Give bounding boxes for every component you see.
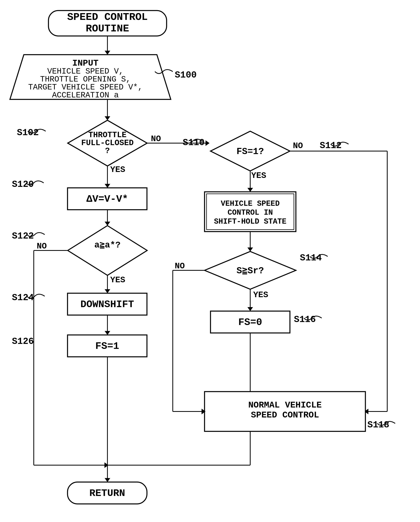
s124-text: DOWNSHIFT xyxy=(80,299,134,310)
s112-label: S112 xyxy=(320,140,342,151)
s110-label: S110 xyxy=(183,138,204,148)
s102-text2: FULL-CLOSED xyxy=(81,138,134,147)
s100-text2: VEHICLE SPEED V, xyxy=(47,67,124,76)
s116-label: S116 xyxy=(294,315,316,325)
s112-text3: SHIFT-HOLD STATE xyxy=(214,217,286,226)
s100-text4: TARGET VEHICLE SPEED V*, xyxy=(28,83,142,92)
s100-text1: INPUT xyxy=(72,58,98,68)
s118-text2: SPEED CONTROL xyxy=(251,410,319,420)
start-label2: ROUTINE xyxy=(86,23,129,35)
s100-label: S100 xyxy=(175,70,197,80)
s118-label: S118 xyxy=(367,420,389,430)
s126-label: S126 xyxy=(12,336,34,347)
s126-text: FS=1 xyxy=(95,340,119,352)
s114-no-label: NO xyxy=(175,261,185,271)
s102-label: S102 xyxy=(17,128,39,138)
s120-text: ΔV=V-V* xyxy=(86,193,128,205)
s102-text1: THROTTLE xyxy=(88,130,127,139)
s112-text2: CONTROL IN xyxy=(228,208,273,217)
s102-yes-label: YES xyxy=(110,165,125,175)
s114-label: S114 xyxy=(300,253,322,263)
s114-text: S≧Sr? xyxy=(237,266,264,276)
flowchart-diagram: SPEED CONTROL ROUTINE INPUT VEHICLE SPEE… xyxy=(0,0,420,522)
s102-no-label: NO xyxy=(151,134,161,144)
start-label: SPEED CONTROL xyxy=(67,11,148,23)
s122-text1: a≧a*? xyxy=(94,240,120,250)
s100-text5: ACCELERATION a xyxy=(52,91,119,100)
s110-yes-label: YES xyxy=(251,171,266,180)
s102-text3: ? xyxy=(105,146,110,155)
s114-yes-label: YES xyxy=(253,290,268,300)
s118-text1: NORMAL VEHICLE xyxy=(248,400,322,410)
s112-text1: VEHICLE SPEED xyxy=(221,199,280,208)
s110-no-label: NO xyxy=(293,141,303,151)
s100-text3: THROTTLE OPENING S, xyxy=(40,75,131,84)
s122-no-label: NO xyxy=(37,242,47,251)
s122-yes-label: YES xyxy=(110,275,125,285)
s110-text: FS=1? xyxy=(237,146,264,157)
s116-text: FS=0 xyxy=(238,317,262,328)
return-text: RETURN xyxy=(89,488,125,499)
